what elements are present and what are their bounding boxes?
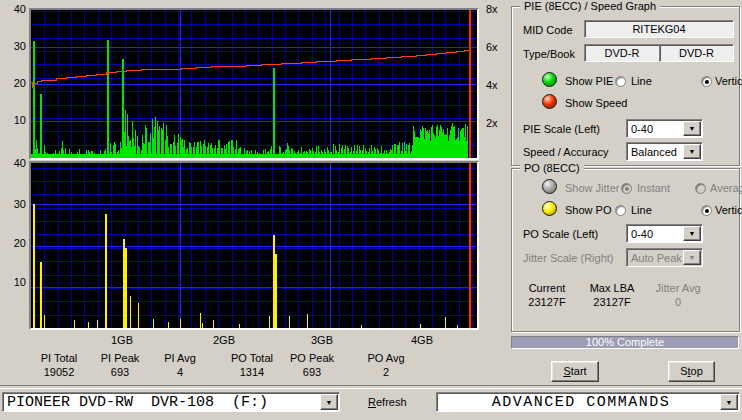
jitter-instant-label: Instant bbox=[637, 182, 670, 194]
jitter-avg-label: Jitter Avg bbox=[645, 282, 711, 294]
bottom-divider bbox=[0, 385, 742, 389]
po-scale-value: 0-40 bbox=[631, 225, 684, 242]
xtick-2gb: 2GB bbox=[204, 334, 244, 346]
stop-button[interactable]: Stop bbox=[668, 361, 715, 382]
pie-group-title: PIE (8ECC) / Speed Graph bbox=[520, 0, 660, 13]
speed-accuracy-label: Speed / Accuracy bbox=[523, 146, 609, 158]
dropdown-arrow-icon[interactable]: ▼ bbox=[683, 226, 701, 241]
dropdown-arrow-icon[interactable]: ▼ bbox=[683, 121, 701, 136]
po-vertical-radio[interactable] bbox=[701, 205, 712, 216]
po-group-title: PO (8ECC) bbox=[520, 162, 584, 175]
po-axis-40: 40 bbox=[4, 157, 26, 169]
scan-progress-bar: 100% Complete bbox=[511, 336, 739, 349]
jitter-instant-radio bbox=[621, 183, 632, 194]
pie-axis-10: 10 bbox=[4, 114, 26, 126]
pie-axis-30: 30 bbox=[4, 40, 26, 52]
jitter-avg-value: 0 bbox=[645, 296, 711, 308]
show-jitter-led-icon bbox=[542, 179, 557, 194]
stat-pi-avg-value: 4 bbox=[145, 366, 215, 378]
po-scale-dropdown[interactable]: 0-40 ▼ bbox=[626, 224, 703, 243]
po-line-label[interactable]: Line bbox=[631, 204, 652, 216]
progress-text: 100% Complete bbox=[512, 337, 738, 348]
xtick-4gb: 4GB bbox=[402, 334, 442, 346]
po-line-radio[interactable] bbox=[615, 205, 626, 216]
po-vertical-label[interactable]: Vertical bbox=[715, 204, 742, 216]
current-label: Current bbox=[516, 282, 578, 294]
type-book-field-2: DVD-R bbox=[659, 44, 734, 62]
drive-select-dropdown[interactable]: PIONEER DVD-RW DVR-108 (F:) ▼ bbox=[2, 392, 340, 412]
po-scale-label: PO Scale (Left) bbox=[523, 228, 598, 240]
stat-po-avg-value: 2 bbox=[351, 366, 421, 378]
advanced-commands-value: ADVANCED COMMANDS bbox=[441, 393, 721, 411]
speed-accuracy-value: Balanced bbox=[631, 143, 684, 160]
dropdown-arrow-icon[interactable]: ▼ bbox=[683, 144, 701, 159]
dropdown-arrow-icon[interactable]: ▼ bbox=[720, 394, 738, 410]
pie-vertical-label[interactable]: Vertical bbox=[715, 75, 742, 87]
show-speed-led-icon[interactable] bbox=[542, 94, 557, 109]
mid-code-label: MID Code bbox=[523, 24, 573, 36]
pie-graph-canvas bbox=[31, 10, 477, 158]
show-jitter-label: Show Jitter bbox=[565, 182, 619, 194]
speed-axis-4x: 4x bbox=[486, 79, 498, 91]
show-po-label: Show PO bbox=[565, 204, 611, 216]
speed-axis-2x: 2x bbox=[486, 117, 498, 129]
speed-axis-8x: 8x bbox=[486, 3, 498, 15]
advanced-commands-dropdown[interactable]: ADVANCED COMMANDS ▼ bbox=[436, 392, 740, 412]
xtick-1gb: 1GB bbox=[102, 334, 142, 346]
pie-scale-label: PIE Scale (Left) bbox=[523, 123, 600, 135]
stat-po-peak-value: 693 bbox=[277, 366, 347, 378]
mid-code-field: RITEKG04 bbox=[584, 20, 734, 38]
pie-axis-40: 40 bbox=[4, 3, 26, 15]
start-button[interactable]: Start bbox=[551, 361, 599, 382]
xtick-3gb: 3GB bbox=[302, 334, 342, 346]
pie-speed-graph bbox=[29, 8, 479, 160]
jitter-average-radio bbox=[695, 183, 706, 194]
speed-axis-6x: 6x bbox=[486, 41, 498, 53]
pie-axis-20: 20 bbox=[4, 77, 26, 89]
po-graph-canvas bbox=[31, 163, 477, 328]
pie-scale-value: 0-40 bbox=[631, 120, 684, 137]
stat-pi-avg-label: PI Avg bbox=[145, 352, 215, 364]
show-speed-label: Show Speed bbox=[565, 97, 627, 109]
po-graph bbox=[29, 161, 479, 330]
stat-po-peak-label: PO Peak bbox=[277, 352, 347, 364]
pie-line-radio[interactable] bbox=[615, 76, 626, 87]
pie-scale-dropdown[interactable]: 0-40 ▼ bbox=[626, 119, 703, 138]
stat-po-avg-label: PO Avg bbox=[351, 352, 421, 364]
dropdown-arrow-icon: ▼ bbox=[683, 250, 701, 265]
show-po-led-icon[interactable] bbox=[542, 201, 557, 216]
speed-accuracy-dropdown[interactable]: Balanced ▼ bbox=[626, 142, 703, 161]
type-book-label: Type/Book bbox=[523, 48, 575, 60]
dropdown-arrow-icon[interactable]: ▼ bbox=[320, 394, 338, 410]
max-lba-value: 23127F bbox=[580, 296, 644, 308]
po-axis-30: 30 bbox=[4, 198, 26, 210]
type-book-field-1: DVD-R bbox=[584, 44, 660, 62]
jitter-scale-dropdown: Auto Peak ▼ bbox=[626, 248, 703, 267]
show-pie-label: Show PIE bbox=[565, 75, 613, 87]
po-axis-10: 10 bbox=[4, 276, 26, 288]
po-axis-20: 20 bbox=[4, 237, 26, 249]
current-value: 23127F bbox=[516, 296, 578, 308]
jitter-average-label: Average bbox=[710, 182, 742, 194]
max-lba-label: Max LBA bbox=[580, 282, 644, 294]
pie-line-label[interactable]: Line bbox=[631, 75, 652, 87]
drive-select-value: PIONEER DVD-RW DVR-108 (F:) bbox=[7, 393, 321, 411]
show-pie-led-icon[interactable] bbox=[542, 72, 557, 87]
stat-pi-total-value: 19052 bbox=[24, 366, 94, 378]
jitter-scale-label: Jitter Scale (Right) bbox=[523, 252, 613, 264]
jitter-scale-value: Auto Peak bbox=[631, 249, 684, 266]
stat-pi-total-label: PI Total bbox=[24, 352, 94, 364]
refresh-button[interactable]: Refresh bbox=[368, 396, 407, 408]
pie-vertical-radio[interactable] bbox=[701, 76, 712, 87]
